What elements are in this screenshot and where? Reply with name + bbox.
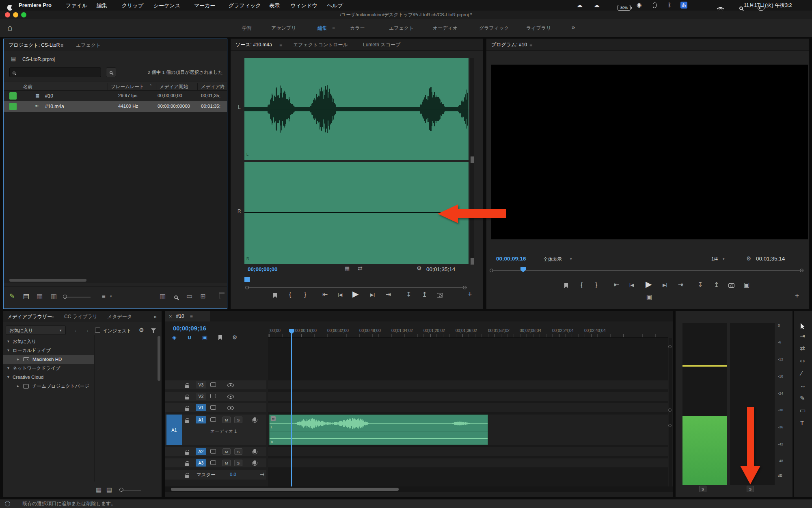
source-zoom-track[interactable] [248, 287, 467, 288]
step-forward-icon[interactable]: ▶| [663, 283, 667, 287]
close-window-button[interactable] [5, 12, 10, 17]
tab-cc-libraries[interactable]: CC ライブラリ [64, 311, 97, 322]
menu-sequence[interactable]: シーケンス [153, 2, 180, 9]
workspace-tab-editing[interactable]: 編集 [317, 22, 327, 34]
chevron-down-icon[interactable]: ▾ [7, 348, 9, 352]
slip-tool[interactable]: ↔ [800, 382, 806, 389]
project-writable-icon[interactable]: ✎ [9, 293, 15, 300]
timeline-panel-menu-icon[interactable]: ≡ [190, 313, 193, 319]
menu-marker[interactable]: マーカー [194, 2, 216, 9]
item-name[interactable]: #10.m4a [45, 104, 64, 109]
track-target-a2[interactable]: A2 [196, 448, 206, 455]
play-button[interactable]: ▶ [646, 280, 652, 288]
audio-clip[interactable]: fx L R [269, 415, 488, 445]
sort-ascending-icon[interactable]: ⌃ [149, 84, 152, 88]
track-content-v3[interactable] [268, 380, 668, 389]
track-target-v2[interactable]: V2 [196, 393, 206, 400]
mouse-icon[interactable] [653, 2, 657, 8]
track-target-a3[interactable]: A3 [196, 459, 206, 467]
column-frame-rate[interactable]: フレームレート [111, 84, 144, 90]
track-content-v2[interactable] [268, 392, 668, 401]
scroll-handle[interactable] [471, 258, 474, 265]
source-current-timecode[interactable]: 00;00;00;00 [248, 266, 278, 272]
add-marker-icon[interactable] [218, 335, 222, 340]
battery-indicator[interactable]: 80% [618, 5, 631, 11]
new-item-icon[interactable]: ⊞ [200, 293, 205, 300]
workspace-tab-color[interactable]: カラー [350, 22, 365, 34]
project-search-field[interactable] [9, 67, 101, 77]
workspace-tab-audio[interactable]: オーディオ [433, 22, 458, 34]
meter-solo-right[interactable]: S [747, 486, 754, 492]
voiceover-record-icon[interactable] [253, 460, 256, 465]
source-zoom-left-knob[interactable] [245, 286, 249, 289]
rolling-edit-tool[interactable]: ⇿ [800, 358, 805, 364]
zoom-level-select[interactable]: 全体表示 [543, 256, 562, 263]
scroll-handle[interactable] [471, 156, 474, 163]
timeline-v-scroll-area[interactable] [669, 338, 672, 486]
source-panel-menu-icon[interactable]: ≡ [279, 42, 282, 48]
step-back-icon[interactable]: |◀ [338, 293, 342, 297]
track-target-v1[interactable]: V1 [196, 404, 206, 411]
program-panel-menu-icon[interactable]: ≡ [529, 42, 532, 48]
browser-panel-menu-icon[interactable]: ≡ [51, 314, 54, 320]
chevron-right-icon[interactable]: ▸ [17, 384, 19, 388]
filter-icon[interactable] [151, 328, 156, 333]
tree-item-macintosh-hd[interactable]: ▸ Macintosh HD [3, 355, 94, 364]
razor-tool[interactable]: ∕ [801, 370, 802, 377]
drag-audio-video-icon[interactable]: ⇄ [358, 265, 363, 271]
column-name[interactable]: 名前 [23, 84, 32, 90]
tab-lumetri-scopes[interactable]: Lumetri スコープ [363, 39, 400, 51]
icon-view-icon[interactable]: ▦ [37, 293, 43, 300]
program-scrub-left-knob[interactable] [490, 269, 493, 272]
mark-out-icon[interactable]: } [304, 291, 306, 298]
project-panel-menu-icon[interactable]: ≡ [60, 43, 63, 48]
timeline-active-tab[interactable]: × #10 ≡ [165, 311, 210, 321]
workspace-tab-effects[interactable]: エフェクト [389, 22, 414, 34]
extract-icon[interactable]: ↥ [714, 282, 719, 288]
voiceover-record-icon[interactable] [253, 449, 256, 453]
source-v-scrollbar[interactable] [470, 58, 474, 264]
go-to-out-icon[interactable]: ⇥ [678, 282, 683, 288]
spotlight-search-icon[interactable] [739, 7, 743, 10]
cloud-icon[interactable]: ☁ [594, 2, 600, 8]
source-output-settings-icon[interactable]: ▦ [345, 266, 350, 271]
lock-icon[interactable] [185, 385, 189, 388]
playhead-line[interactable] [291, 334, 292, 486]
step-back-icon[interactable]: |◀ [629, 283, 634, 287]
overwrite-icon[interactable]: ↥ [422, 291, 427, 298]
screen-mirroring-icon[interactable]: ◉ [637, 2, 641, 8]
lock-icon[interactable] [185, 408, 189, 411]
track-output-eye-icon[interactable] [227, 406, 234, 410]
freeform-view-icon[interactable]: ▥ [51, 293, 57, 300]
menu-help[interactable]: ヘルプ [327, 2, 343, 9]
zoom-slider-track[interactable] [65, 297, 91, 297]
program-button-editor-icon[interactable]: + [795, 292, 799, 300]
sync-lock-icon[interactable] [210, 449, 216, 454]
menu-clock[interactable]: 11月17日(火) 午後3:2 [744, 2, 792, 9]
source-settings-wrench-icon[interactable]: ⚙ [417, 265, 422, 271]
voiceover-record-icon[interactable] [253, 417, 256, 421]
wifi-icon[interactable] [717, 6, 724, 11]
tree-item-local-drives[interactable]: ▾ ローカルドライブ [3, 346, 125, 355]
new-bin-icon[interactable]: ▭ [186, 293, 192, 300]
column-media-start[interactable]: メディア開始 [160, 84, 188, 90]
menu-graphics[interactable]: グラフィック [229, 2, 261, 9]
track-height-handle[interactable] [668, 424, 672, 427]
browser-v-scrollbar[interactable] [158, 336, 160, 381]
tab-metadata[interactable]: メタデータ [107, 311, 132, 322]
lock-icon[interactable] [185, 452, 189, 455]
program-scrub-right-knob[interactable] [800, 269, 803, 272]
label-color-swatch[interactable] [9, 92, 17, 100]
find-icon[interactable] [174, 295, 178, 299]
go-to-in-icon[interactable]: ⇤ [614, 282, 619, 288]
meter-solo-left[interactable]: S [699, 486, 706, 492]
chevron-down-icon[interactable]: ▾ [7, 339, 9, 343]
solo-button-a1[interactable]: S [234, 417, 242, 423]
pen-tool[interactable]: ✎ [800, 395, 805, 401]
chevron-right-icon[interactable]: ▸ [17, 357, 19, 361]
track-output-eye-icon[interactable] [227, 383, 234, 387]
lock-icon[interactable] [185, 397, 189, 399]
source-right-channel-display[interactable]: R [244, 162, 469, 264]
solo-button-a2[interactable]: S [234, 448, 242, 455]
project-h-scrollbar[interactable] [9, 279, 86, 282]
